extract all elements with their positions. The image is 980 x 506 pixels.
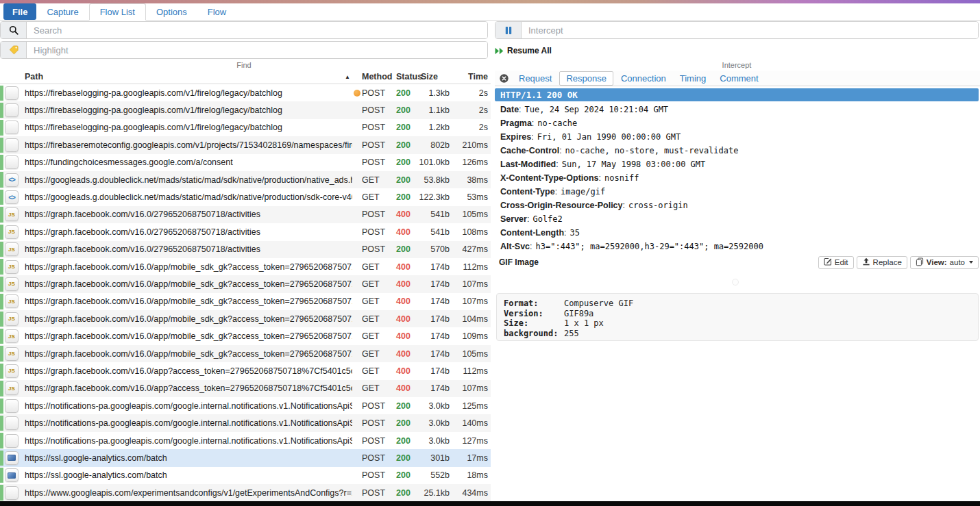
flow-marker [0,346,3,361]
document-icon [5,399,19,413]
flow-row[interactable]: <>https://googleads.g.doubleclick.net/ma… [0,188,491,205]
flow-row[interactable]: https://firebaselogging-pa.googleapis.co… [0,101,491,118]
header-name: Last-Modified [500,160,556,169]
intercept-input[interactable] [522,22,978,38]
flow-time: 109ms [450,331,488,341]
edit-button[interactable]: Edit [818,256,854,269]
highlight-input[interactable] [27,42,487,58]
header-line: Pragma:no-cache [495,116,979,130]
flow-icon-cell [0,103,23,117]
orange-marker-dot [354,90,360,97]
flow-status: 200 [392,157,418,167]
document-icon [5,416,19,430]
flow-status: 200 [392,88,418,98]
flow-row[interactable]: https://notifications-pa.googleapis.com/… [0,414,491,431]
flow-row[interactable]: JShttps://graph.facebook.com/v16.0/27965… [0,223,491,240]
flow-time: 2s [450,88,488,98]
resume-all-button[interactable]: Resume All [495,46,552,55]
flow-size: 174b [418,383,450,393]
flow-row[interactable]: https://firebaselogging-pa.googleapis.co… [0,84,491,101]
content-type-label: GIF Image [495,257,539,267]
menu-item-options[interactable]: Options [146,3,197,20]
flow-path: https://ssl.google-analytics.com/batch [23,453,352,463]
tab-comment[interactable]: Comment [713,72,764,85]
flow-row[interactable]: https://notifications-pa.googleapis.com/… [0,432,491,449]
flow-row[interactable]: JShttps://graph.facebook.com/v16.0/27965… [0,241,491,258]
flow-size: 53.8kb [418,175,450,185]
flow-time: 127ms [450,436,488,446]
flow-size: 541b [418,210,450,219]
flow-row[interactable]: JShttps://graph.facebook.com/v16.0/app/m… [0,345,491,362]
flow-row[interactable]: https://ssl.google-analytics.com/batchPO… [0,467,491,484]
flow-size: 3.0kb [418,401,450,411]
tab-timing[interactable]: Timing [674,72,713,85]
flow-list-header[interactable]: Path▲ Method Status Size Time [0,69,491,84]
flow-row[interactable]: https://fundingchoicesmessages.google.co… [0,154,491,171]
view-auto-button[interactable]: View:auto [910,256,979,269]
flow-row[interactable]: JShttps://graph.facebook.com/v16.0/app/m… [0,327,491,344]
flow-row[interactable]: https://www.googleapis.com/experimentsan… [0,484,491,501]
flow-status: 200 [392,418,418,428]
flow-size: 174b [418,314,450,324]
flow-marker [0,86,3,101]
column-status[interactable]: Status [392,72,418,81]
replace-button[interactable]: Replace [857,256,907,269]
flow-row[interactable]: https://notifications-pa.googleapis.com/… [0,397,491,414]
column-size[interactable]: Size [418,72,450,81]
header-colon: : [531,132,533,142]
flow-time: 434ms [450,488,488,498]
flow-method: GET [352,366,392,376]
flow-path: https://graph.facebook.com/v16.0/app/mob… [23,331,352,341]
gif-image-preview [732,279,739,286]
menu-item-flow-list[interactable]: Flow List [89,3,146,21]
intercept-group [495,21,979,39]
flow-row[interactable]: <>https://googleads.g.doubleclick.net/ma… [0,171,491,188]
flow-size: 1.1kb [418,105,450,115]
image-info-key: Format: [504,299,564,309]
tab-response[interactable]: Response [559,71,613,86]
js-glyph: JS [8,281,15,287]
flow-row[interactable]: https://firebaselogging-pa.googleapis.co… [0,119,491,136]
close-icon[interactable] [500,74,509,83]
header-name: Pragma [500,118,532,128]
flow-row[interactable]: JShttps://graph.facebook.com/v16.0/app?a… [0,380,491,397]
menu-item-flow[interactable]: Flow [197,3,236,20]
flow-method-label: POST [362,418,385,428]
tab-request[interactable]: Request [513,72,558,85]
js-icon: JS [5,294,19,308]
flow-size: 174b [418,279,450,289]
flow-row[interactable]: JShttps://graph.facebook.com/v16.0/app/m… [0,293,491,310]
column-time[interactable]: Time [450,72,488,81]
menu-item-capture[interactable]: Capture [36,3,88,20]
header-value: no-cache, no-store, must-revalidate [565,146,739,155]
flow-icon-cell [0,416,23,430]
flow-icon-cell: JS [0,347,23,361]
column-method[interactable]: Method [352,72,392,81]
flow-path: https://graph.facebook.com/v16.0/app?acc… [23,366,352,376]
tab-connection[interactable]: Connection [615,72,672,85]
flow-method-label: GET [362,314,380,324]
js-glyph: JS [8,368,15,374]
flow-row[interactable]: JShttps://graph.facebook.com/v16.0/app/m… [0,310,491,327]
menu-item-file[interactable]: File [3,3,36,20]
pause-icon [495,22,522,38]
flow-row[interactable]: https://firebaseremoteconfig.googleapis.… [0,136,491,153]
flow-row[interactable]: JShttps://graph.facebook.com/v16.0/27965… [0,206,491,223]
flow-row[interactable]: https://ssl.google-analytics.com/batchPO… [0,449,491,466]
flow-time: 107ms [450,383,488,393]
js-icon: JS [5,242,19,256]
http-status-line[interactable]: HTTP/1.1 200 OK [495,88,979,101]
header-name: Server [500,214,527,224]
flow-row[interactable]: JShttps://graph.facebook.com/v16.0/app/m… [0,258,491,275]
search-input[interactable] [27,22,487,38]
flow-row[interactable]: JShttps://graph.facebook.com/v16.0/app/m… [0,275,491,292]
image-info-key: background: [504,329,564,339]
flow-marker [0,120,3,135]
image-info-line: Version:GIF89a [504,309,971,319]
header-line: Content-Length:35 [495,226,979,240]
flow-path: https://graph.facebook.com/v16.0/app/mob… [23,279,352,289]
column-path[interactable]: Path [25,72,43,81]
js-glyph: JS [8,264,15,270]
flow-row[interactable]: JShttps://graph.facebook.com/v16.0/app?a… [0,362,491,379]
flow-method: POST [352,123,392,132]
